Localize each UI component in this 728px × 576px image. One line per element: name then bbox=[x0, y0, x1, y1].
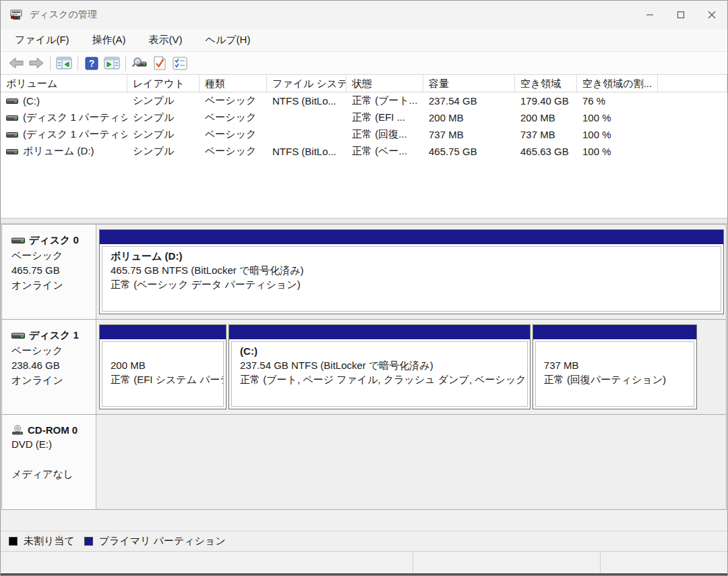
volume-name: ボリューム (D:) bbox=[111, 249, 718, 263]
volume-name bbox=[544, 344, 691, 358]
menu-action[interactable]: 操作(A) bbox=[84, 31, 135, 49]
volume-name bbox=[111, 344, 220, 358]
spacer bbox=[11, 453, 92, 465]
cell-filesystem: NTFS (BitLo... bbox=[267, 95, 346, 107]
cell-layout: シンプル bbox=[127, 145, 200, 158]
volume-box-d[interactable]: ボリューム (D:) 465.75 GB NTFS (BitLocker で暗号… bbox=[99, 229, 724, 314]
volume-detail: 237.54 GB NTFS (BitLocker で暗号化済み) bbox=[240, 358, 524, 372]
close-button[interactable] bbox=[696, 1, 727, 29]
drive-icon bbox=[6, 115, 18, 121]
column-header-type[interactable]: 種類 bbox=[200, 75, 267, 92]
app-icon bbox=[10, 9, 23, 20]
check-document-icon[interactable] bbox=[150, 54, 170, 72]
forward-icon[interactable] bbox=[26, 54, 47, 72]
help-icon[interactable]: ? bbox=[82, 54, 102, 72]
cell-volume: (ディスク 1 パーティシ... bbox=[23, 111, 127, 124]
cell-free-percent: 100 % bbox=[577, 112, 658, 123]
disk-size: 465.75 GB bbox=[11, 264, 92, 277]
column-header-free-percent[interactable]: 空き領域の割... bbox=[577, 75, 658, 92]
status-bar-section bbox=[413, 552, 601, 573]
pane-splitter[interactable] bbox=[1, 218, 727, 224]
window-bottom-edge bbox=[1, 573, 727, 575]
cell-status: 正常 (ブート... bbox=[346, 94, 423, 107]
disk-name-label: ディスク 0 bbox=[29, 234, 79, 247]
column-header-layout[interactable]: レイアウト bbox=[127, 75, 200, 92]
column-header-capacity[interactable]: 容量 bbox=[423, 75, 515, 92]
maximize-button[interactable] bbox=[665, 1, 696, 29]
volume-name: (C:) bbox=[240, 344, 524, 358]
window-title: ディスクの管理 bbox=[30, 9, 97, 21]
minimize-button[interactable] bbox=[634, 1, 665, 29]
back-icon[interactable] bbox=[6, 54, 26, 72]
volume-list-header: ボリューム レイアウト 種類 ファイル システム 状態 容量 空き領域 空き領域… bbox=[1, 75, 727, 92]
volume-detail: 465.75 GB NTFS (BitLocker で暗号化済み) bbox=[111, 263, 718, 277]
disk-name-label: ディスク 1 bbox=[29, 329, 79, 342]
column-header-status[interactable]: 状態 bbox=[346, 75, 423, 92]
primary-partition-band bbox=[100, 230, 723, 244]
menu-bar: ファイル(F) 操作(A) 表示(V) ヘルプ(H) bbox=[1, 29, 727, 52]
column-header-filesystem[interactable]: ファイル システム bbox=[267, 75, 346, 92]
cell-layout: シンプル bbox=[127, 111, 200, 124]
legend-bar: 未割り当て プライマリ パーティション bbox=[1, 531, 727, 551]
table-row[interactable]: (ディスク 1 パーティシ... シンプル ベーシック 正常 (EFI ... … bbox=[1, 109, 727, 126]
cell-free-percent: 76 % bbox=[577, 95, 658, 107]
volume-detail: 200 MB bbox=[111, 358, 220, 372]
status-bar-section bbox=[1, 552, 413, 573]
disk-row-disk0: ディスク 0 ベーシック 465.75 GB オンライン ボリューム (D:) … bbox=[1, 224, 727, 320]
cell-capacity: 237.54 GB bbox=[423, 95, 515, 107]
table-row[interactable]: ボリューム (D:) シンプル ベーシック NTFS (BitLo... 正常 … bbox=[1, 143, 727, 160]
graphical-view: ディスク 0 ベーシック 465.75 GB オンライン ボリューム (D:) … bbox=[1, 224, 727, 531]
cdrom0-label-panel[interactable]: CD-ROM 0 DVD (E:) メディアなし bbox=[2, 415, 96, 509]
toolbar-separator bbox=[78, 56, 78, 71]
status-bar bbox=[1, 551, 727, 573]
menu-view[interactable]: 表示(V) bbox=[140, 31, 191, 49]
toolbar: ? bbox=[1, 52, 727, 75]
column-header-volume[interactable]: ボリューム bbox=[1, 75, 127, 92]
svg-text:?: ? bbox=[89, 58, 95, 69]
checklist-icon[interactable] bbox=[170, 54, 190, 72]
toolbar-separator bbox=[125, 56, 126, 71]
disk-icon bbox=[11, 237, 25, 244]
volume-box-c[interactable]: (C:) 237.54 GB NTFS (BitLocker で暗号化済み) 正… bbox=[229, 324, 530, 409]
disk-row-disk1: ディスク 1 ベーシック 238.46 GB オンライン 200 MB 正常 (… bbox=[1, 319, 727, 415]
drive-icon bbox=[6, 132, 18, 138]
cell-free-percent: 100 % bbox=[577, 146, 658, 157]
drive-icon bbox=[6, 98, 18, 105]
disk-icon bbox=[11, 332, 25, 339]
cell-capacity: 200 MB bbox=[423, 112, 515, 123]
primary-partition-legend-label: プライマリ パーティション bbox=[99, 535, 226, 548]
cell-layout: シンプル bbox=[127, 94, 200, 107]
cell-status: 正常 (ベー... bbox=[346, 145, 423, 158]
disk-status: オンライン bbox=[11, 279, 92, 291]
rescan-disks-icon[interactable] bbox=[129, 54, 150, 72]
cell-capacity: 737 MB bbox=[423, 129, 515, 140]
cell-volume: (C:) bbox=[23, 95, 40, 107]
volume-box-efi[interactable]: 200 MB 正常 (EFI システム パーテ bbox=[99, 324, 226, 409]
menu-file[interactable]: ファイル(F) bbox=[6, 31, 78, 49]
volume-list: ボリューム レイアウト 種類 ファイル システム 状態 容量 空き領域 空き領域… bbox=[1, 75, 727, 218]
cdrom-media-status: メディアなし bbox=[11, 468, 92, 480]
column-header-free-space[interactable]: 空き領域 bbox=[515, 75, 577, 92]
cell-status: 正常 (EFI ... bbox=[346, 111, 423, 124]
show-action-pane-icon[interactable] bbox=[102, 54, 122, 72]
volume-box-recovery[interactable]: 737 MB 正常 (回復パーティション) bbox=[533, 324, 697, 409]
cell-volume: (ディスク 1 パーティシ... bbox=[23, 128, 127, 141]
table-row[interactable]: (C:) シンプル ベーシック NTFS (BitLo... 正常 (ブート..… bbox=[1, 92, 727, 109]
title-bar: ディスクの管理 bbox=[1, 1, 727, 29]
cdrom-drive-letter: DVD (E:) bbox=[11, 438, 92, 451]
cell-type: ベーシック bbox=[200, 128, 267, 141]
volume-detail: 737 MB bbox=[544, 358, 691, 372]
disk-size: 238.46 GB bbox=[11, 359, 92, 372]
cell-layout: シンプル bbox=[127, 128, 200, 141]
cdrom-empty-area bbox=[96, 415, 726, 509]
cell-free: 737 MB bbox=[515, 129, 577, 140]
disk-name-label: CD-ROM 0 bbox=[28, 424, 78, 436]
cell-capacity: 465.75 GB bbox=[423, 146, 515, 157]
menu-help[interactable]: ヘルプ(H) bbox=[197, 31, 260, 49]
disk1-label-panel[interactable]: ディスク 1 ベーシック 238.46 GB オンライン bbox=[2, 320, 96, 414]
show-console-tree-icon[interactable] bbox=[54, 54, 74, 72]
volume-status: 正常 (回復パーティション) bbox=[544, 372, 691, 386]
primary-partition-band bbox=[100, 325, 226, 339]
disk0-label-panel[interactable]: ディスク 0 ベーシック 465.75 GB オンライン bbox=[2, 225, 96, 319]
table-row[interactable]: (ディスク 1 パーティシ... シンプル ベーシック 正常 (回復... 73… bbox=[1, 126, 727, 143]
